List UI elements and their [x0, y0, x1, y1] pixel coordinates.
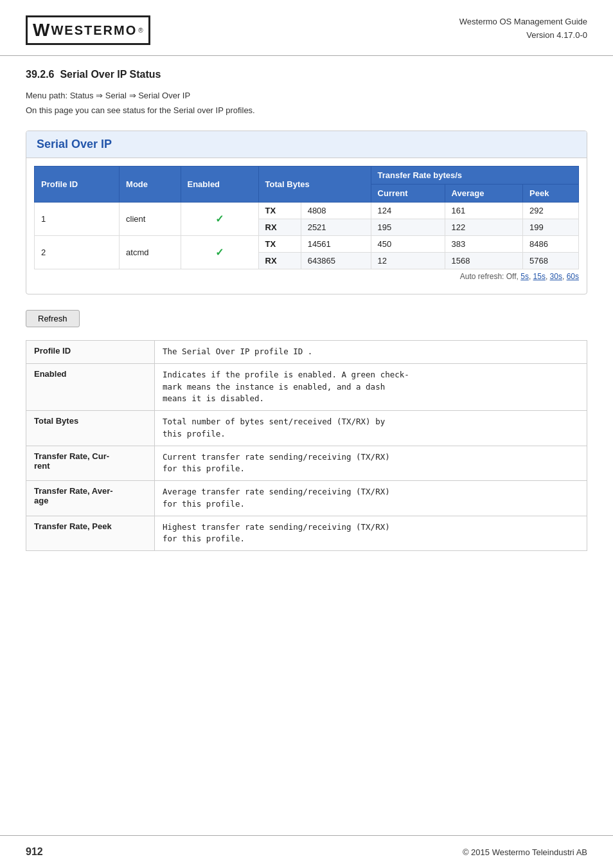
tx-current-1: 124	[371, 203, 445, 219]
desc-field-profile-id: Profile ID	[26, 341, 155, 364]
desc-row-total-bytes: Total Bytes Total number of bytes sent/r…	[26, 411, 587, 446]
description-table: Profile ID The Serial Over IP profile ID…	[26, 340, 587, 551]
rx-peek-2: 5768	[523, 253, 579, 269]
tx-label-1: TX	[258, 203, 301, 219]
desc-row-transfer-peek: Transfer Rate, Peek Highest transfer rat…	[26, 516, 587, 551]
desc-row-transfer-average: Transfer Rate, Aver-age Average transfer…	[26, 481, 587, 516]
refresh-button[interactable]: Refresh	[26, 310, 80, 327]
serial-over-ip-title: Serial Over IP	[26, 131, 587, 158]
rx-peek-1: 199	[523, 219, 579, 236]
mode-2: atcmd	[120, 236, 181, 269]
checkmark-icon: ✓	[215, 213, 224, 224]
tx-average-2: 383	[445, 236, 523, 253]
desc-field-transfer-current: Transfer Rate, Cur-rent	[26, 446, 155, 481]
table-row: 1 client ✓ TX 4808 124 161 292	[35, 203, 579, 219]
auto-refresh-line: Auto refresh: Off, 5s, 15s, 30s, 60s	[34, 269, 579, 286]
rx-bytes-2: 643865	[301, 253, 371, 269]
logo-text: WESTERMO	[51, 23, 137, 38]
table-row: 2 atcmd ✓ TX 14561 450 383 8486	[35, 236, 579, 253]
auto-refresh-off: Off	[506, 272, 517, 281]
tx-bytes-2: 14561	[301, 236, 371, 253]
th-total-bytes: Total Bytes	[258, 167, 371, 203]
tx-peek-2: 8486	[523, 236, 579, 253]
logo-box: W WESTERMO®	[26, 15, 150, 45]
checkmark-icon: ✓	[215, 247, 224, 258]
tx-label-2: TX	[258, 236, 301, 253]
auto-refresh-15s[interactable]: 15s	[533, 272, 546, 281]
menu-path: Menu path: Status ⇒ Serial ⇒ Serial Over…	[26, 91, 587, 100]
rx-current-1: 195	[371, 219, 445, 236]
logo-w-letter: W	[33, 20, 49, 41]
serial-table-wrapper: Profile ID Mode Enabled Total Bytes Tran…	[26, 158, 587, 294]
rx-average-2: 1568	[445, 253, 523, 269]
desc-field-total-bytes: Total Bytes	[26, 411, 155, 446]
rx-label-1: RX	[258, 219, 301, 236]
desc-row-enabled: Enabled Indicates if the profile is enab…	[26, 363, 587, 410]
tx-current-2: 450	[371, 236, 445, 253]
th-average: Average	[445, 185, 523, 203]
footer-copyright: © 2015 Westermo Teleindustri AB	[463, 847, 587, 857]
desc-row-transfer-current: Transfer Rate, Cur-rent Current transfer…	[26, 446, 587, 481]
th-peek: Peek	[523, 185, 579, 203]
page-header: W WESTERMO® Westermo OS Management Guide…	[0, 0, 613, 56]
desc-value-total-bytes: Total number of bytes sent/received (TX/…	[155, 411, 587, 446]
enabled-1: ✓	[181, 203, 258, 236]
status-table: Profile ID Mode Enabled Total Bytes Tran…	[34, 166, 579, 269]
profile-id-2: 2	[35, 236, 120, 269]
auto-refresh-30s[interactable]: 30s	[550, 272, 562, 281]
section-description: On this page you can see status for the …	[26, 105, 587, 115]
desc-field-transfer-peek: Transfer Rate, Peek	[26, 516, 155, 551]
desc-value-transfer-average: Average transfer rate sending/receiving …	[155, 481, 587, 516]
header-title-line1: Westermo OS Management Guide	[459, 15, 587, 29]
auto-refresh-60s[interactable]: 60s	[567, 272, 579, 281]
tx-peek-1: 292	[523, 203, 579, 219]
serial-over-ip-box: Serial Over IP Profile ID Mode Enabled T…	[26, 131, 587, 294]
logo-reg: ®	[138, 27, 143, 34]
th-current: Current	[371, 185, 445, 203]
section-title: Serial Over IP Status	[60, 69, 161, 80]
rx-average-1: 122	[445, 219, 523, 236]
rx-label-2: RX	[258, 253, 301, 269]
th-transfer-rate: Transfer Rate bytes/s	[371, 167, 578, 185]
tx-bytes-1: 4808	[301, 203, 371, 219]
logo-area: W WESTERMO®	[26, 15, 150, 45]
desc-row-profile-id: Profile ID The Serial Over IP profile ID…	[26, 341, 587, 364]
section-heading: 39.2.6 Serial Over IP Status	[26, 69, 587, 83]
th-profile-id: Profile ID	[35, 167, 120, 203]
header-title: Westermo OS Management Guide Version 4.1…	[459, 15, 587, 42]
desc-value-transfer-current: Current transfer rate sending/receiving …	[155, 446, 587, 481]
section-number: 39.2.6	[26, 69, 54, 80]
rx-current-2: 12	[371, 253, 445, 269]
main-content: 39.2.6 Serial Over IP Status Menu path: …	[0, 69, 613, 577]
page-footer: 912 © 2015 Westermo Teleindustri AB	[0, 835, 613, 868]
desc-field-transfer-average: Transfer Rate, Aver-age	[26, 481, 155, 516]
tx-average-1: 161	[445, 203, 523, 219]
desc-field-enabled: Enabled	[26, 363, 155, 410]
auto-refresh-5s[interactable]: 5s	[520, 272, 529, 281]
enabled-2: ✓	[181, 236, 258, 269]
profile-id-1: 1	[35, 203, 120, 236]
mode-1: client	[120, 203, 181, 236]
th-mode: Mode	[120, 167, 181, 203]
desc-value-profile-id: The Serial Over IP profile ID .	[155, 341, 587, 364]
desc-value-transfer-peek: Highest transfer rate sending/receiving …	[155, 516, 587, 551]
header-title-line2: Version 4.17.0-0	[459, 29, 587, 42]
footer-page-number: 912	[26, 846, 43, 858]
th-enabled: Enabled	[181, 167, 258, 203]
rx-bytes-1: 2521	[301, 219, 371, 236]
desc-value-enabled: Indicates if the profile is enabled. A g…	[155, 363, 587, 410]
